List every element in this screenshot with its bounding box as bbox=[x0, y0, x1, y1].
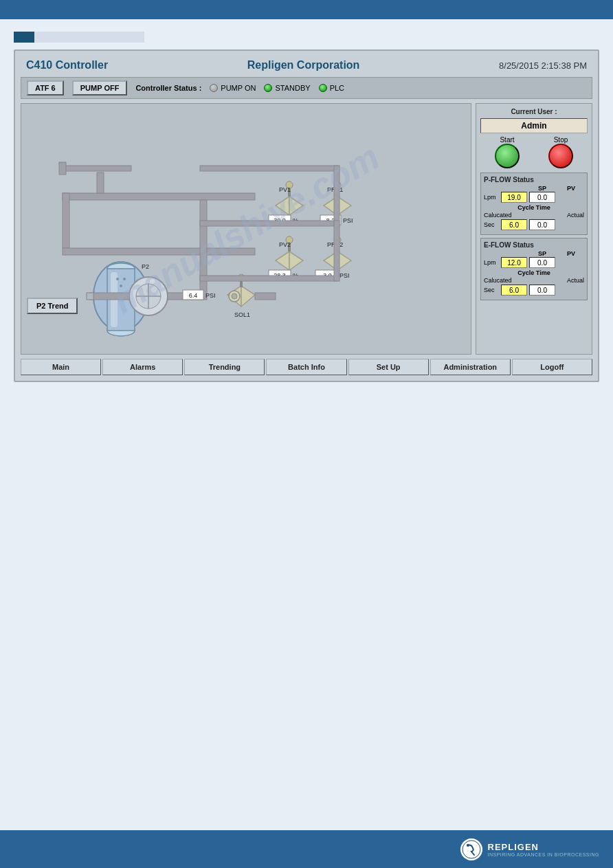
svg-rect-68 bbox=[63, 166, 131, 171]
p-actual-header: Actual bbox=[567, 212, 584, 219]
svg-rect-69 bbox=[59, 162, 66, 175]
svg-text:6.4: 6.4 bbox=[189, 292, 198, 299]
right-panel: Current User : Admin Start Stop P-FLOW S… bbox=[476, 103, 592, 355]
e-cycle-time-label: Cycle Time bbox=[484, 269, 584, 276]
process-diagram: PV1 PRV1 PV2 PRV2 39.0 % 8.2 PSI 28.3 % bbox=[21, 104, 358, 351]
pump-on-indicator: PUMP ON bbox=[210, 84, 256, 92]
svg-text:PV2: PV2 bbox=[279, 241, 291, 248]
e-flow-sp-input[interactable] bbox=[501, 257, 527, 268]
svg-point-66 bbox=[232, 293, 237, 299]
e-pv-header: PV bbox=[558, 250, 584, 257]
e-sec-label: Sec bbox=[484, 287, 499, 293]
e-sp-header: SP bbox=[529, 250, 555, 257]
svg-rect-70 bbox=[200, 166, 337, 171]
p-sec-label: Sec bbox=[484, 221, 499, 228]
svg-rect-73 bbox=[200, 276, 337, 281]
svg-point-12 bbox=[120, 285, 122, 287]
panel-header: C410 Controller Repligen Corporation 8/2… bbox=[21, 56, 592, 77]
svg-text:PV1: PV1 bbox=[279, 186, 291, 193]
svg-rect-18 bbox=[90, 293, 129, 300]
p-flow-pv-input[interactable] bbox=[529, 192, 555, 203]
p-sp-header: SP bbox=[529, 185, 555, 192]
standby-led bbox=[264, 84, 272, 92]
toolbar-btn-1[interactable] bbox=[14, 32, 34, 43]
tab-administration[interactable]: Administration bbox=[430, 359, 511, 375]
start-button[interactable] bbox=[495, 144, 520, 168]
svg-rect-2 bbox=[63, 193, 69, 248]
top-bar bbox=[0, 0, 613, 19]
plc-indicator: PLC bbox=[319, 84, 344, 92]
svg-point-10 bbox=[116, 278, 119, 280]
diagram-area: PV1 PRV1 PV2 PRV2 39.0 % 8.2 PSI 28.3 % bbox=[21, 103, 471, 355]
svg-rect-4 bbox=[97, 173, 104, 193]
status-bar: ATF 6 PUMP OFF Controller Status : PUMP … bbox=[21, 77, 592, 99]
plc-label: PLC bbox=[330, 84, 344, 92]
e-calc-header: Calucated bbox=[484, 277, 512, 284]
tab-main[interactable]: Main bbox=[21, 359, 101, 375]
tab-logoff[interactable]: Logoff bbox=[512, 359, 592, 375]
p-flow-status: P-FLOW Status SP PV Lpm Cycle Time Caluc… bbox=[480, 173, 588, 235]
controller-panel: C410 Controller Repligen Corporation 8/2… bbox=[14, 49, 599, 382]
e-actual-header: Actual bbox=[567, 277, 584, 284]
tab-set-up[interactable]: Set Up bbox=[348, 359, 429, 375]
svg-rect-0 bbox=[21, 104, 358, 351]
svg-rect-20 bbox=[200, 200, 207, 300]
start-label: Start bbox=[495, 136, 520, 144]
user-name-box: Admin bbox=[480, 118, 588, 133]
e-flow-pv-input[interactable] bbox=[529, 257, 555, 268]
atf-button[interactable]: ATF 6 bbox=[27, 80, 64, 96]
pump-status-button[interactable]: PUMP OFF bbox=[72, 80, 128, 96]
lpm-label: Lpm bbox=[484, 194, 499, 201]
p-cycle-actual-input[interactable] bbox=[529, 219, 555, 230]
repligen-logo: REPLIGEN INSPIRING ADVANCES IN BIOPROCES… bbox=[460, 838, 599, 860]
tab-trending[interactable]: Trending bbox=[184, 359, 265, 375]
e-cycle-actual-input[interactable] bbox=[529, 285, 555, 296]
standby-label: STANDBY bbox=[275, 84, 310, 92]
svg-rect-1 bbox=[63, 193, 255, 200]
bottom-bar: REPLIGEN INSPIRING ADVANCES IN BIOPROCES… bbox=[0, 830, 613, 868]
e-lpm-label: Lpm bbox=[484, 259, 499, 266]
standby-indicator: STANDBY bbox=[264, 84, 310, 92]
svg-rect-71 bbox=[200, 221, 337, 226]
svg-rect-74 bbox=[334, 221, 339, 281]
stop-label: Stop bbox=[548, 136, 573, 144]
tab-batch-info[interactable]: Batch Info bbox=[266, 359, 346, 375]
svg-rect-25 bbox=[255, 293, 276, 300]
nav-tabs: Main Alarms Trending Batch Info Set Up A… bbox=[21, 359, 592, 375]
plc-led bbox=[319, 84, 327, 92]
toolbar-area bbox=[0, 19, 613, 49]
p-calc-header: Calucated bbox=[484, 212, 512, 219]
pump-on-led bbox=[210, 84, 218, 92]
e-flow-values-row: Lpm bbox=[484, 257, 584, 268]
panel-title-left: C410 Controller bbox=[26, 59, 108, 71]
p-cycle-time-label: Cycle Time bbox=[484, 204, 584, 211]
svg-text:SOL1: SOL1 bbox=[234, 311, 250, 318]
p-flow-values-row: Lpm bbox=[484, 192, 584, 203]
svg-point-76 bbox=[467, 844, 469, 847]
e-cycle-time: Cycle Time Calucated Actual Sec bbox=[484, 269, 584, 297]
e-cycle-calc-input[interactable] bbox=[501, 285, 527, 296]
current-user-label: Current User : bbox=[480, 108, 588, 115]
e-flow-status: E-FLOW Status SP PV Lpm Cycle Time Caluc… bbox=[480, 238, 588, 300]
svg-text:P2: P2 bbox=[142, 263, 149, 270]
svg-text:PSI: PSI bbox=[343, 217, 353, 224]
svg-rect-3 bbox=[63, 248, 255, 255]
controller-status-label: Controller Status : bbox=[135, 84, 201, 92]
p-pv-header: PV bbox=[558, 185, 584, 192]
svg-rect-67 bbox=[87, 293, 93, 300]
p2-trend-button[interactable]: P2 Trend bbox=[27, 298, 78, 314]
toolbar-btn-2[interactable] bbox=[34, 32, 144, 43]
svg-point-11 bbox=[123, 278, 126, 280]
panel-title-right: 8/25/2015 2:15:38 PM bbox=[499, 60, 587, 71]
svg-point-75 bbox=[462, 841, 480, 858]
repligen-tagline: INSPIRING ADVANCES IN BIOPROCESSING bbox=[488, 852, 599, 857]
p-cycle-calc-input[interactable] bbox=[501, 219, 527, 230]
main-content: PV1 PRV1 PV2 PRV2 39.0 % 8.2 PSI 28.3 % bbox=[21, 103, 592, 355]
tab-alarms[interactable]: Alarms bbox=[102, 359, 183, 375]
stop-button[interactable] bbox=[548, 144, 573, 168]
start-stop-row: Start Stop bbox=[480, 136, 588, 170]
svg-text:PSI: PSI bbox=[205, 292, 216, 299]
e-flow-title: E-FLOW Status bbox=[484, 241, 584, 249]
p-flow-sp-input[interactable] bbox=[501, 192, 527, 203]
p-cycle-time: Cycle Time Calucated Actual Sec bbox=[484, 204, 584, 232]
